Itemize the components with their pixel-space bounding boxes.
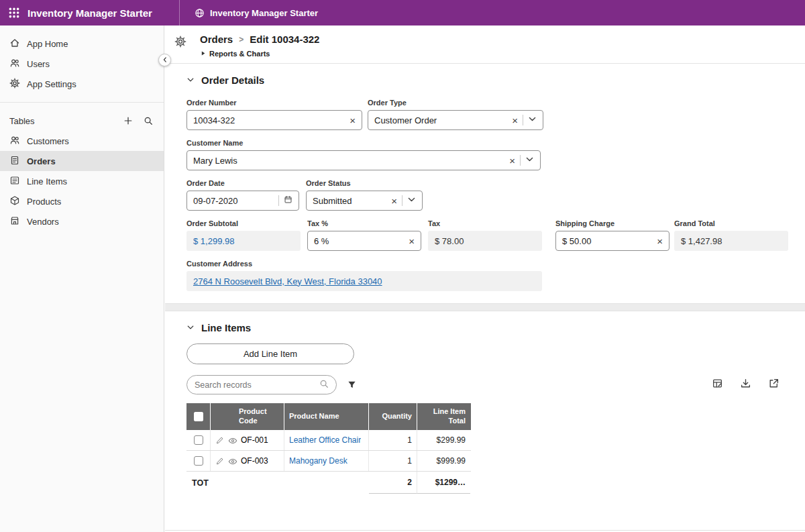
sidebar-item-label: App Home — [27, 39, 68, 49]
totals-label: TOT — [186, 472, 369, 494]
sidebar-item-app-settings[interactable]: App Settings — [0, 74, 164, 94]
home-icon — [9, 38, 20, 50]
search-records-input[interactable] — [195, 380, 315, 390]
line-items-section: Line Items Add Line Item Product Code Pr… — [165, 311, 805, 506]
reports-charts-link[interactable]: Reports & Charts — [200, 50, 319, 58]
sidebar-table-orders[interactable]: Orders — [0, 151, 164, 171]
order-number-input[interactable] — [193, 115, 345, 125]
add-table-icon[interactable] — [123, 116, 133, 125]
table-item-label: Orders — [27, 156, 56, 166]
download-icon[interactable] — [740, 378, 751, 392]
row-checkbox[interactable] — [194, 456, 203, 466]
field-divider — [402, 195, 402, 206]
sidebar-item-label: App Settings — [27, 79, 76, 89]
row-view-icon[interactable] — [228, 436, 237, 445]
field-divider — [520, 155, 521, 166]
order-type-label: Order Type — [368, 99, 543, 107]
customer-name-input[interactable] — [193, 156, 504, 166]
chevron-down-icon[interactable] — [407, 195, 416, 207]
triangle-right-icon — [200, 50, 206, 58]
open-external-icon[interactable] — [768, 378, 780, 392]
clear-icon[interactable]: × — [512, 115, 518, 125]
select-all-checkbox[interactable] — [194, 412, 203, 421]
sidebar-table-line-items[interactable]: Line Items — [0, 171, 164, 191]
col-product-code: Product Code — [211, 403, 284, 430]
row-checkbox[interactable] — [194, 435, 203, 445]
customer-name-label: Customer Name — [186, 139, 541, 147]
quantity-cell: 1 — [369, 430, 417, 450]
app-title: Inventory Manager Starter — [28, 7, 152, 19]
sidebar-collapse-button[interactable] — [158, 54, 171, 66]
chevron-down-icon[interactable] — [525, 154, 534, 166]
customer-address-box: 2764 N Roosevelt Blvd, Key West, Florida… — [186, 271, 542, 291]
product-code-cell: OF-003 — [241, 456, 268, 466]
line-items-toolbar — [186, 375, 789, 394]
table-item-label: Line Items — [27, 176, 67, 187]
order-date-input[interactable] — [193, 196, 274, 206]
product-code-cell: OF-001 — [241, 435, 268, 445]
line-item-grand-total: $1299… — [417, 472, 470, 494]
grand-total-value: $ 1,427.98 — [674, 231, 788, 251]
line-items-section-toggle[interactable]: Line Items — [186, 322, 789, 333]
filter-icon[interactable] — [347, 380, 357, 390]
customer-address-label: Customer Address — [186, 260, 542, 268]
order-number-field: × — [186, 110, 362, 130]
sidebar-item-users[interactable]: Users — [0, 54, 164, 74]
search-records-field — [186, 375, 337, 394]
sidebar-table-products[interactable]: Products — [0, 191, 164, 211]
main-content: Orders > Edit 10034-322 Reports & Charts… — [165, 25, 805, 532]
table-item-label: Customers — [27, 136, 69, 146]
order-details-section: Order Details Order Number × Order Type … — [165, 64, 805, 303]
order-subtotal-value: $ 1,299.98 — [186, 231, 301, 251]
clear-icon[interactable]: × — [409, 236, 415, 246]
globe-icon — [195, 8, 205, 18]
order-status-label: Order Status — [306, 179, 423, 187]
bulk-edit-icon[interactable] — [712, 378, 723, 392]
line-items-table: Product Code Product Name Quantity Line … — [186, 403, 471, 494]
table-row: OF-001 Leather Office Chair 1 $299.99 — [186, 430, 471, 451]
row-edit-icon[interactable] — [215, 436, 224, 445]
section-title-label: Line Items — [201, 322, 251, 333]
customer-address-link[interactable]: 2764 N Roosevelt Blvd, Key West, Florida… — [193, 276, 382, 286]
col-line-item-total: Line Item Total — [417, 403, 470, 430]
shipping-charge-field: × — [555, 231, 669, 251]
search-tables-icon[interactable] — [144, 116, 153, 125]
topbar: Inventory Manager Starter Inventory Mana… — [0, 0, 805, 25]
row-view-icon[interactable] — [228, 457, 237, 466]
page-settings-icon[interactable] — [174, 36, 186, 48]
grand-total-label: Grand Total — [674, 219, 788, 227]
customers-icon — [9, 135, 20, 148]
clear-icon[interactable]: × — [391, 196, 397, 206]
apps-grid-icon[interactable] — [8, 7, 20, 19]
breadcrumb: Orders > Edit 10034-322 — [200, 34, 319, 45]
quantity-cell: 1 — [369, 451, 417, 471]
tax-percent-input[interactable] — [314, 236, 404, 246]
page-title: Inventory Manager Starter — [210, 8, 318, 18]
table-item-label: Vendors — [27, 217, 59, 227]
sidebar-table-vendors[interactable]: Vendors — [0, 211, 164, 231]
sidebar-table-customers[interactable]: Customers — [0, 131, 164, 151]
clear-icon[interactable]: × — [350, 115, 356, 125]
reports-charts-label: Reports & Charts — [209, 50, 270, 58]
clear-icon[interactable]: × — [509, 156, 515, 166]
order-type-input[interactable] — [374, 115, 507, 125]
shipping-charge-input[interactable] — [562, 236, 652, 246]
chevron-down-icon[interactable] — [528, 114, 537, 126]
product-name-link[interactable]: Leather Office Chair — [289, 435, 361, 445]
add-line-item-button[interactable]: Add Line Item — [186, 343, 354, 364]
tax-label: Tax — [428, 219, 542, 227]
order-status-input[interactable] — [313, 196, 386, 206]
calendar-icon[interactable] — [284, 195, 292, 207]
clear-icon[interactable]: × — [657, 236, 663, 246]
breadcrumb-orders[interactable]: Orders — [200, 34, 233, 45]
product-name-link[interactable]: Mahogany Desk — [289, 456, 347, 466]
sidebar-item-label: Users — [27, 59, 50, 69]
breadcrumb-separator: > — [239, 35, 244, 44]
tables-section-label: Tables — [9, 116, 35, 126]
sidebar-item-app-home[interactable]: App Home — [0, 34, 164, 54]
order-details-section-toggle[interactable]: Order Details — [186, 74, 789, 86]
order-status-field: × — [306, 191, 423, 211]
row-edit-icon[interactable] — [215, 457, 224, 466]
tax-percent-field: × — [307, 231, 421, 251]
col-quantity: Quantity — [369, 403, 417, 430]
